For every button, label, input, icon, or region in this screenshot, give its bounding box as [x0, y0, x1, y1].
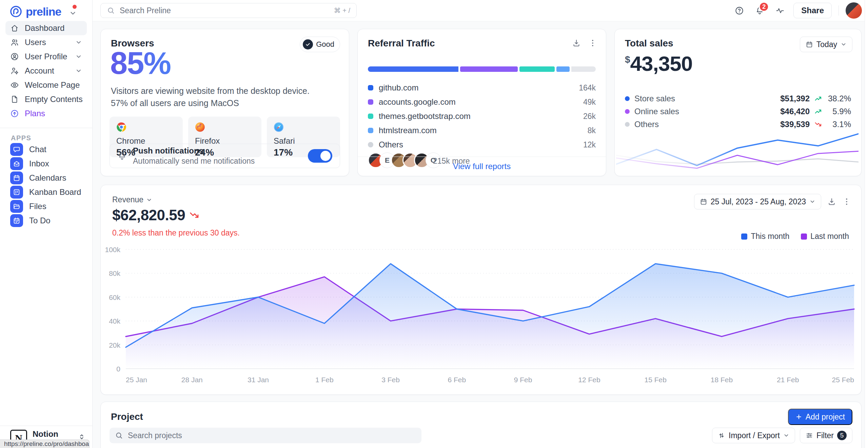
- search-input[interactable]: [119, 6, 330, 16]
- sidebar-app-label: Files: [29, 202, 46, 211]
- scrollbar-track[interactable]: [865, 0, 868, 448]
- arrow-up-circle-icon: [10, 109, 19, 118]
- home-icon: [10, 24, 19, 33]
- referral-bar-segment-2: [519, 66, 555, 72]
- metric-select-label: Revenue: [112, 195, 143, 204]
- header-divider: [839, 5, 839, 16]
- total-sales-amount: $ 43,350: [625, 52, 692, 76]
- project-search-input[interactable]: [127, 431, 416, 441]
- sidebar-app-calendars[interactable]: Calendars: [5, 171, 87, 185]
- preline-logo-icon: [9, 5, 22, 18]
- svg-text:9 Feb: 9 Feb: [514, 376, 532, 384]
- toggle-knob: [320, 151, 331, 161]
- calendar-icon: [806, 41, 813, 48]
- share-button[interactable]: Share: [793, 3, 832, 18]
- svg-text:28 Jan: 28 Jan: [181, 376, 203, 384]
- filter-sliders-icon: [806, 432, 813, 439]
- sidebar-item-label: Plans: [25, 109, 82, 118]
- legend-swatch: [801, 233, 807, 240]
- sidebar-app-kanban-board[interactable]: Kanban Board: [5, 185, 87, 199]
- date-range-button[interactable]: 25 Jul, 2023 - 25 Aug, 2023: [694, 194, 821, 209]
- activity-button[interactable]: [773, 4, 787, 17]
- referral-source-value: 26k: [583, 112, 596, 121]
- add-project-button[interactable]: Add project: [788, 409, 852, 425]
- sidebar-item-welcome-page[interactable]: Welcome Page: [5, 78, 87, 92]
- svg-text:40k: 40k: [109, 317, 120, 325]
- browsers-description: Visitors are viewing website from the de…: [111, 85, 328, 109]
- svg-text:3 Feb: 3 Feb: [381, 376, 400, 384]
- period-select-button[interactable]: Today: [800, 37, 852, 52]
- sidebar-app-label: Calendars: [29, 173, 66, 183]
- project-title: Project: [111, 411, 143, 422]
- push-notifications-row: Push notifications Automatically send me…: [110, 144, 340, 168]
- sidebar-item-users[interactable]: Users: [5, 35, 87, 49]
- sidebar-item-dashboard[interactable]: Dashboard: [5, 21, 87, 35]
- kebab-menu-icon[interactable]: [588, 39, 597, 47]
- import-export-button[interactable]: Import / Export: [712, 428, 795, 443]
- download-icon[interactable]: [572, 39, 581, 47]
- legend-dot: [368, 128, 373, 133]
- legend-label: Last month: [810, 232, 849, 241]
- preline-logo-text: preline: [26, 5, 61, 18]
- chevron-down-icon[interactable]: [69, 9, 77, 17]
- filter-button[interactable]: Filter 5: [800, 428, 852, 443]
- sidebar-item-label: Dashboard: [25, 23, 82, 33]
- workspace-name: Notion: [33, 430, 73, 439]
- legend-item-this-month: This month: [741, 232, 789, 241]
- trend-up-icon: [814, 95, 822, 102]
- filter-label: Filter: [816, 431, 834, 440]
- referral-source-value: 12k: [583, 140, 596, 149]
- notifications-button[interactable]: 2: [753, 4, 766, 17]
- sidebar-item-account[interactable]: Account: [5, 64, 87, 78]
- referral-traffic-card: Referral Traffic github.com164kaccounts.…: [357, 29, 606, 176]
- svg-text:25 Jan: 25 Jan: [126, 376, 147, 384]
- inbox-icon: [10, 157, 23, 170]
- legend-dot: [368, 142, 373, 147]
- chart-legend: This monthLast month: [741, 232, 849, 241]
- search-icon: [115, 431, 123, 440]
- sidebar-item-label: Welcome Page: [25, 80, 82, 90]
- download-icon[interactable]: [827, 197, 836, 206]
- sales-row-value: $46,420: [780, 107, 810, 116]
- revenue-note: 0.2% less than the previous 30 days.: [112, 228, 240, 238]
- referral-source-label: htmlstream.com: [379, 126, 582, 135]
- svg-text:1 Feb: 1 Feb: [315, 376, 334, 384]
- chrome-icon: [116, 122, 126, 132]
- sidebar-app-to-do[interactable]: To Do: [5, 213, 87, 228]
- push-notifications-toggle[interactable]: [308, 149, 332, 163]
- project-search-box[interactable]: [110, 428, 421, 443]
- kebab-menu-icon[interactable]: [842, 197, 851, 206]
- svg-text:15 Feb: 15 Feb: [644, 376, 666, 384]
- sales-breakdown-list: Store sales$51,39238.2%Online sales$46,4…: [625, 92, 851, 131]
- browser-status-url: https://preline.co/pro/dashboard/index.h…: [0, 440, 90, 448]
- revenue-amount: $62,820.59: [112, 207, 185, 224]
- period-select-label: Today: [816, 40, 837, 49]
- sidebar-app-files[interactable]: Files: [5, 199, 87, 213]
- user-circle-icon: [10, 52, 19, 61]
- sidebar-item-plans[interactable]: Plans: [5, 106, 87, 121]
- chevron-down-icon: [783, 432, 789, 439]
- logo-row[interactable]: preline: [9, 5, 77, 18]
- sidebar-app-inbox[interactable]: Inbox: [5, 157, 87, 171]
- sidebar-item-empty-contents[interactable]: Empty Contents: [5, 92, 87, 106]
- metric-select[interactable]: Revenue: [112, 195, 152, 204]
- status-badge: Good: [300, 37, 340, 52]
- currency-symbol: $: [625, 54, 630, 65]
- search-box[interactable]: ⌘ + /: [100, 3, 357, 18]
- revenue-area-chart: 020k40k60k80k100k25 Jan28 Jan31 Jan1 Feb…: [101, 185, 861, 394]
- chevron-down-icon: [75, 53, 82, 60]
- user-avatar[interactable]: [846, 2, 862, 19]
- help-button[interactable]: [732, 4, 746, 17]
- referral-source-value: 164k: [579, 83, 596, 93]
- project-card: Project Add project Import / Export Filt…: [100, 402, 862, 448]
- trend-up-icon: [814, 108, 822, 115]
- sidebar-item-user-profile[interactable]: User Profile: [5, 49, 87, 64]
- legend-dot: [625, 109, 630, 114]
- svg-text:6 Feb: 6 Feb: [448, 376, 466, 384]
- referral-source-label: accounts.google.com: [379, 97, 578, 107]
- sidebar-item-label: User Profile: [25, 52, 70, 61]
- folder-icon: [10, 200, 23, 213]
- sidebar-app-chat[interactable]: Chat: [5, 142, 87, 157]
- view-full-reports-link[interactable]: View full reports: [453, 162, 511, 171]
- legend-dot: [368, 85, 373, 90]
